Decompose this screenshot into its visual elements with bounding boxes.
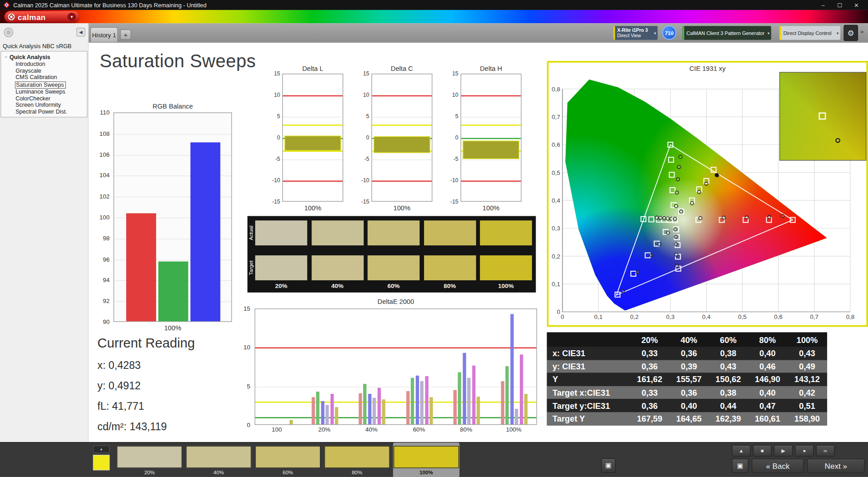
- results-column-header: 100%: [787, 333, 827, 347]
- deltae-xtick: 40%: [355, 426, 388, 433]
- table-cell: 161,62: [630, 373, 670, 386]
- tick-label: 10: [354, 92, 369, 98]
- tick-label: 0: [237, 422, 250, 428]
- sidebar-item-cms-calibration[interactable]: CMS Calibration: [1, 75, 87, 81]
- tick-label: 110: [93, 109, 110, 116]
- results-column-header: 60%: [709, 333, 748, 347]
- delta-chart-xlabel: 100%: [282, 204, 343, 212]
- inset-target-square: [819, 113, 826, 120]
- inset-measured-dot: [835, 138, 840, 143]
- ref-line: [372, 125, 432, 126]
- results-header-row: 20%40%60%80%100%: [547, 333, 827, 347]
- deltae-plot[interactable]: [255, 308, 537, 425]
- titlebar: Calman 2025 Calman Ultimate for Business…: [0, 0, 868, 10]
- sidebar-item-spectral-power-dist-[interactable]: Spectral Power Dist.: [1, 109, 87, 115]
- sidebar-item-quick-analysis[interactable]: − Quick Analysis: [1, 53, 87, 61]
- pattern-window-button[interactable]: ▣: [601, 458, 616, 472]
- row-label: Target y:CIE31: [547, 399, 630, 412]
- rgb-bar-blue: [190, 142, 220, 321]
- quick-color-swatch[interactable]: [93, 455, 110, 470]
- pattern-swatch-20%[interactable]: 20%: [116, 442, 182, 477]
- tick-label: 108: [93, 130, 110, 137]
- table-cell: 0,43: [709, 360, 748, 373]
- table-cell: 0,38: [709, 347, 748, 360]
- rgb-bar-red: [126, 214, 156, 321]
- pattern-swatch-60%[interactable]: 60%: [255, 442, 321, 477]
- svg-text:0,8: 0,8: [552, 86, 560, 93]
- table-cell: 143,12: [787, 373, 827, 386]
- eject-button[interactable]: ▲: [732, 445, 750, 457]
- cie-panel[interactable]: CIE 1931 xy 00,10,20,30,40,50,60,70,800,…: [547, 61, 868, 327]
- sidebar-item-saturation-sweeps[interactable]: Saturation Sweeps: [15, 81, 66, 89]
- maximize-button[interactable]: ☐: [832, 2, 848, 8]
- table-cell: 158,90: [787, 412, 827, 425]
- add-tab-button[interactable]: +: [120, 30, 131, 40]
- svg-text:0,7: 0,7: [810, 313, 819, 320]
- deltae-bar: [359, 393, 362, 424]
- pattern-swatch-40%[interactable]: 40%: [185, 442, 252, 477]
- pattern-swatch-label: 40%: [185, 469, 252, 475]
- meter-dropdown[interactable]: X-Rite i1Pro 3 Direct View ▾: [613, 26, 658, 40]
- sidebar-item-screen-uniformity[interactable]: Screen Uniformity: [1, 102, 87, 109]
- svg-text:0,5: 0,5: [552, 169, 560, 176]
- deltae-bar: [520, 354, 523, 424]
- deltae-bar: [311, 397, 315, 424]
- table-row: Target x:CIE310,330,360,380,400,42: [547, 386, 827, 399]
- tick-label: 106: [93, 151, 110, 158]
- session-options-button[interactable]: [4, 28, 14, 37]
- table-cell: 0,40: [669, 399, 709, 412]
- sidebar-item-colorchecker[interactable]: ColorChecker: [1, 95, 87, 102]
- tick-label: 5: [237, 383, 250, 390]
- sidebar-item-luminance-sweeps[interactable]: Luminance Sweeps: [1, 89, 87, 95]
- record-button[interactable]: ●: [795, 445, 814, 457]
- delta_c-plot[interactable]: [371, 74, 432, 202]
- toolbar-overflow-chevron[interactable]: »: [860, 28, 863, 35]
- swatch-column-label: 60%: [368, 283, 420, 289]
- meter-status-badge[interactable]: 710: [662, 25, 676, 40]
- table-cell: 0,33: [630, 347, 670, 360]
- pattern-generator-dropdown[interactable]: CalMAN Client 3 Pattern Generator ▾: [682, 26, 771, 40]
- table-row: Y161,62155,57150,62146,90143,12: [547, 373, 827, 386]
- swatch-column-label: 80%: [424, 283, 476, 289]
- pattern-swatch-100%[interactable]: 100%: [393, 442, 459, 477]
- swatch-target-80%: [424, 255, 476, 280]
- results-column-header: 40%: [669, 333, 709, 347]
- delta_l-plot[interactable]: [282, 74, 343, 202]
- next-button[interactable]: Next »: [807, 459, 865, 473]
- sidebar-item-grayscale[interactable]: Grayscale: [1, 68, 87, 75]
- fullscreen-pattern-button[interactable]: ▣: [732, 459, 749, 473]
- chevron-down-icon: ▼: [68, 13, 76, 21]
- rgb-balance-plot[interactable]: [113, 113, 232, 322]
- results-column-header: [547, 333, 630, 347]
- minimize-button[interactable]: –: [815, 2, 832, 8]
- delta_c-bar: [374, 136, 430, 153]
- pattern-swatch-label: 20%: [116, 469, 182, 475]
- tick-label: 15: [354, 70, 369, 76]
- delta_h-plot[interactable]: [461, 74, 522, 202]
- quick-color-eject-button[interactable]: ▴: [93, 445, 110, 453]
- delta-chart-xlabel: 100%: [461, 204, 522, 212]
- window-title: Calman 2025 Calman Ultimate for Business…: [13, 2, 207, 9]
- table-row: x: CIE310,330,360,380,400,43: [547, 347, 827, 360]
- play-button[interactable]: ▶: [774, 445, 793, 457]
- pattern-swatch-80%[interactable]: 80%: [324, 442, 390, 477]
- rainbow-gradient-strip: calman ▼: [0, 10, 868, 23]
- back-button[interactable]: « Back: [752, 459, 804, 473]
- table-cell: 0,40: [748, 386, 787, 399]
- table-cell: 0,47: [748, 399, 787, 412]
- swatch-target-60%: [368, 255, 420, 280]
- svg-text:0,7: 0,7: [552, 114, 560, 120]
- settings-gear-button[interactable]: ⚙: [843, 25, 858, 41]
- loop-button[interactable]: ∞: [816, 445, 834, 457]
- pattern-swatch-label: 60%: [255, 469, 321, 475]
- sidebar-collapse-button[interactable]: ◀: [76, 28, 85, 37]
- calman-menu-button[interactable]: calman ▼: [5, 11, 79, 23]
- table-row: Target Y167,59164,65162,39160,61158,90: [547, 412, 827, 425]
- sidebar-item-introduction[interactable]: Introduction: [1, 61, 87, 68]
- stop-button[interactable]: ■: [753, 445, 771, 457]
- deltae-bar: [430, 397, 433, 424]
- svg-text:0,8: 0,8: [846, 313, 855, 320]
- close-button[interactable]: ✕: [848, 2, 865, 8]
- display-control-dropdown[interactable]: Direct Display Control ▾: [779, 26, 840, 40]
- tab-history-1[interactable]: History 1: [90, 27, 118, 42]
